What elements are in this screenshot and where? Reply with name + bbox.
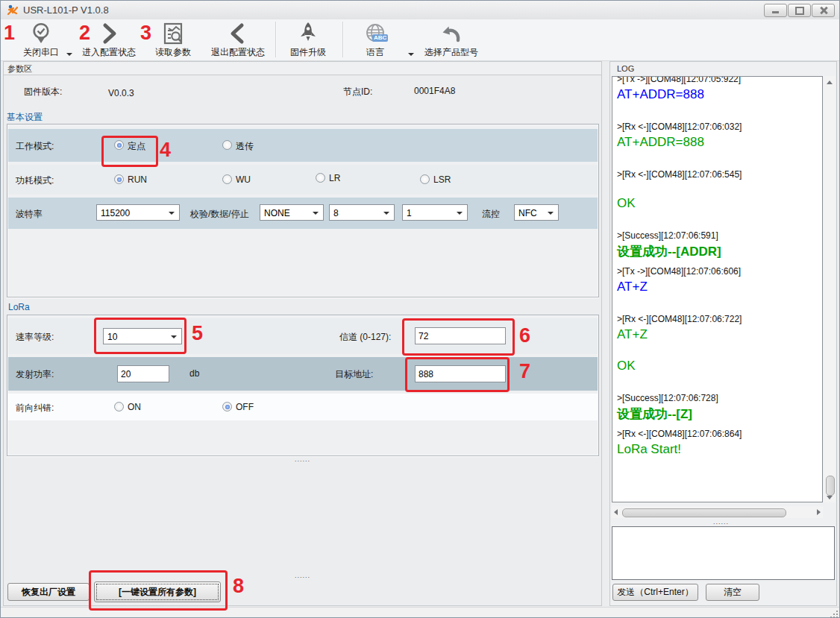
restore-factory-button[interactable]: 恢复出厂设置 <box>7 583 90 601</box>
power-mode-radio-lsr[interactable] <box>420 174 430 184</box>
databits-select[interactable]: 8 <box>329 204 395 221</box>
toolbar-exit-config-button[interactable]: 退出配置状态 <box>204 21 272 59</box>
log-title: LOG <box>617 64 634 73</box>
minimize-icon <box>772 11 779 13</box>
fec-radio-on[interactable] <box>114 402 124 412</box>
power-mode-label: 功耗模式: <box>16 174 54 187</box>
node-id-value: 0001F4A8 <box>414 86 455 96</box>
parity-select[interactable]: NONE <box>260 204 324 221</box>
titlebar: USR-L101-P V1.0.8 <box>1 1 839 20</box>
lora-group: 速率等级: 10 信道 (0-127): 发射功率: db 目标地址: 前向纠错… <box>7 315 599 456</box>
log-output[interactable]: >[Tx ->][COM48][12:07:05:922]AT+ADDR=888… <box>612 76 823 502</box>
toolbar-firmware-upgrade-button[interactable]: 固件升级 <box>280 21 336 59</box>
firmware-version-value: V0.0.3 <box>108 88 134 98</box>
toolbar-label: 退出配置状态 <box>211 46 265 59</box>
fec-label: 前向纠错: <box>16 402 54 414</box>
toolbar-enter-config-button[interactable]: 进入配置状态 <box>78 21 140 59</box>
baud-row: 波特率 115200 校验/数据/停止 NONE 8 1 <box>8 198 598 229</box>
toolbar-separator <box>275 22 276 57</box>
tx-power-label: 发射功率: <box>16 368 54 381</box>
splitter-handle[interactable]: ...... <box>295 573 310 578</box>
log-line: OK <box>617 358 818 374</box>
log-line: >[Rx <-][COM48][12:07:06:545] <box>617 168 818 180</box>
power-mode-radio-run[interactable] <box>114 174 124 184</box>
combo-value: 10 <box>107 332 117 342</box>
set-all-params-button[interactable]: [一键设置所有参数] <box>94 581 221 602</box>
chevron-down-icon <box>548 212 554 215</box>
toolbar: 关闭串口 进入配置状态 读取参数 <box>1 19 839 61</box>
chevron-left-icon <box>228 21 248 46</box>
stopbits-select[interactable]: 1 <box>402 204 468 221</box>
power-mode-row: 功耗模式: RUN WU LR LSR <box>8 165 598 195</box>
toolbar-label: 关闭串口 <box>23 46 59 59</box>
radio-label: ON <box>128 402 141 412</box>
toolbar-close-serial-button[interactable]: 关闭串口 <box>13 21 69 59</box>
log-line <box>617 212 818 225</box>
tx-power-unit: db <box>189 368 199 379</box>
log-line <box>617 295 818 309</box>
rate-label: 速率等级: <box>16 331 54 344</box>
toolbar-language-button[interactable]: ABC 语言 <box>350 21 401 59</box>
target-label: 目标地址: <box>335 368 373 381</box>
fec-row: 前向纠错: ON OFF <box>8 394 598 420</box>
tx-power-input[interactable] <box>117 365 169 382</box>
log-vertical-scrollbar[interactable] <box>824 76 836 502</box>
baud-select[interactable]: 115200 <box>96 204 180 221</box>
chevron-down-icon[interactable] <box>66 53 72 56</box>
clear-button[interactable]: 清空 <box>706 584 759 601</box>
log-line <box>617 151 818 164</box>
radio-label: OFF <box>236 402 254 412</box>
scrollbar-thumb[interactable] <box>622 508 786 517</box>
minimize-button[interactable] <box>764 4 787 17</box>
work-mode-radio-transparent[interactable] <box>222 140 232 150</box>
scrollbar-thumb[interactable] <box>826 476 835 496</box>
doc-search-icon <box>161 21 185 46</box>
node-id-label: 节点ID: <box>343 86 372 98</box>
log-line <box>617 103 818 116</box>
maximize-button[interactable] <box>788 4 811 17</box>
chevron-down-icon <box>313 212 319 215</box>
parameter-pane-title: 参数区 <box>7 63 32 75</box>
toolbar-label: 进入配置状态 <box>82 46 136 59</box>
combo-value: NFC <box>518 208 537 218</box>
maximize-icon <box>795 7 804 15</box>
send-input[interactable] <box>612 526 835 580</box>
scroll-right-icon[interactable] <box>817 509 821 515</box>
close-button[interactable] <box>812 4 835 17</box>
log-line: >[Tx ->][COM48][12:07:06:606] <box>617 265 818 277</box>
channel-input[interactable] <box>415 327 506 344</box>
toolbar-read-params-button[interactable]: 读取参数 <box>145 21 201 59</box>
log-line: AT+Z <box>617 327 818 343</box>
log-line: OK <box>617 195 818 212</box>
log-line: >[Success][12:07:06:591] <box>617 230 818 242</box>
toolbar-label: 选择产品型号 <box>424 46 478 59</box>
flow-select[interactable]: NFC <box>514 204 559 221</box>
work-mode-radio-fixed-point[interactable] <box>114 140 124 150</box>
send-button[interactable]: 发送（Ctrl+Enter） <box>612 584 698 601</box>
power-mode-radio-wu[interactable] <box>222 174 232 184</box>
log-line: >[Tx ->][COM48][12:07:05:922] <box>617 76 818 85</box>
splitter-handle[interactable]: ...... <box>295 457 310 461</box>
fec-radio-off[interactable] <box>222 402 232 412</box>
work-mode-row: 工作模式: 定点 透传 <box>8 129 598 162</box>
window-title: USR-L101-P V1.0.8 <box>23 4 109 16</box>
parameter-pane-header: 参数区 <box>4 62 601 75</box>
chevron-down-icon[interactable] <box>408 53 414 56</box>
log-horizontal-scrollbar[interactable] <box>612 506 823 518</box>
scroll-left-icon[interactable] <box>614 509 618 515</box>
chevron-down-icon <box>171 335 177 338</box>
splitter-handle[interactable]: ...... <box>713 520 729 524</box>
toolbar-select-product-button[interactable]: 选择产品型号 <box>416 21 487 59</box>
scroll-up-icon[interactable] <box>827 81 833 84</box>
target-input[interactable] <box>415 365 506 382</box>
rate-select[interactable]: 10 <box>103 328 182 344</box>
resize-grip[interactable] <box>830 610 838 618</box>
globe-icon: ABC <box>363 21 387 46</box>
baud-label: 波特率 <box>16 208 43 221</box>
power-mode-radio-lr[interactable] <box>316 173 325 183</box>
channel-label: 信道 (0-127): <box>339 331 391 344</box>
tx-power-row: 发射功率: db 目标地址: <box>8 357 598 391</box>
radio-label: LR <box>329 173 340 183</box>
parity-label: 校验/数据/停止 <box>190 208 249 221</box>
scroll-down-icon[interactable] <box>827 496 833 499</box>
